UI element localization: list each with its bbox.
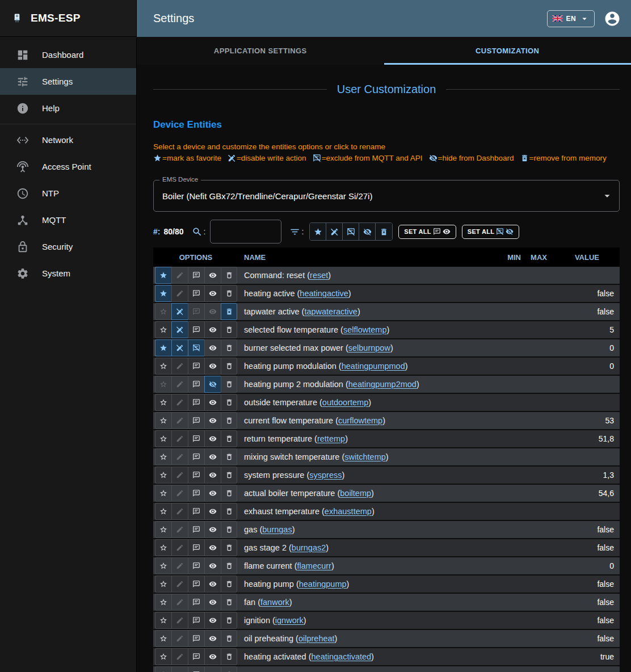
table-row[interactable]: Command: reset (reset): [153, 267, 620, 284]
entity-shortname-link[interactable]: syspress: [309, 471, 342, 480]
account-icon[interactable]: [604, 10, 621, 27]
ems-device-select[interactable]: EMS Device Boiler (Nefit GBx72/Trendline…: [153, 180, 620, 212]
remove-toggle[interactable]: [221, 448, 237, 465]
write-toggle[interactable]: [171, 267, 188, 284]
entity-shortname-link[interactable]: exhausttemp: [325, 507, 372, 516]
remove-toggle[interactable]: [221, 557, 237, 574]
visibility-toggle[interactable]: [204, 576, 221, 593]
visibility-toggle[interactable]: [204, 267, 221, 284]
favorite-toggle[interactable]: [155, 503, 171, 520]
sidebar-item-security[interactable]: Security: [0, 233, 136, 260]
write-toggle[interactable]: [171, 394, 188, 411]
remove-toggle[interactable]: [221, 576, 237, 593]
mqtt-exclude-toggle[interactable]: [188, 267, 204, 284]
remove-toggle[interactable]: [221, 521, 237, 538]
mqtt-exclude-toggle[interactable]: [188, 448, 204, 465]
entity-shortname-link[interactable]: selburnpow: [348, 343, 390, 352]
remove-toggle[interactable]: [221, 666, 237, 672]
visibility-toggle[interactable]: [204, 467, 221, 484]
table-row[interactable]: flame current (flamecurr)0: [153, 557, 620, 574]
filter-hidden-button[interactable]: [359, 223, 376, 240]
favorite-toggle[interactable]: [155, 521, 171, 538]
visibility-toggle[interactable]: [204, 394, 221, 411]
mqtt-exclude-toggle[interactable]: [188, 358, 204, 375]
favorite-toggle[interactable]: [155, 594, 171, 611]
mqtt-exclude-toggle[interactable]: [188, 467, 204, 484]
filter-deleted-button[interactable]: [376, 223, 392, 240]
entity-shortname-link[interactable]: heatingpump2mod: [348, 380, 417, 389]
visibility-toggle[interactable]: [204, 485, 221, 502]
entity-shortname-link[interactable]: fanwork: [260, 598, 289, 607]
visibility-toggle[interactable]: [204, 539, 221, 556]
favorite-toggle[interactable]: [155, 557, 171, 574]
tab-customization[interactable]: CUSTOMIZATION: [384, 37, 631, 65]
remove-toggle[interactable]: [221, 485, 237, 502]
table-row[interactable]: gas stage 2 (burngas2)false: [153, 539, 620, 556]
write-toggle[interactable]: [171, 666, 188, 672]
favorite-toggle[interactable]: [155, 666, 171, 672]
favorite-toggle[interactable]: [155, 612, 171, 629]
table-row[interactable]: oil preheating (oilpreheat)false: [153, 630, 620, 647]
mqtt-exclude-toggle[interactable]: [188, 630, 204, 647]
remove-toggle[interactable]: [221, 630, 237, 647]
mqtt-exclude-toggle[interactable]: [188, 339, 204, 356]
mqtt-exclude-toggle[interactable]: [188, 612, 204, 629]
favorite-toggle[interactable]: [155, 412, 171, 429]
entity-shortname-link[interactable]: oilpreheat: [298, 634, 335, 643]
write-toggle[interactable]: [171, 303, 188, 320]
write-toggle[interactable]: [171, 321, 188, 338]
visibility-toggle[interactable]: [204, 594, 221, 611]
favorite-toggle[interactable]: [155, 358, 171, 375]
sidebar-item-mqtt[interactable]: MQTT: [0, 207, 136, 233]
table-row[interactable]: outside temperature (outdoortemp): [153, 394, 620, 411]
write-toggle[interactable]: [171, 557, 188, 574]
write-toggle[interactable]: [171, 576, 188, 593]
mqtt-exclude-toggle[interactable]: [188, 648, 204, 665]
sidebar-item-network[interactable]: Network: [0, 127, 136, 153]
table-row[interactable]: heating activated (heatingactivated)true: [153, 648, 620, 665]
favorite-toggle[interactable]: [155, 267, 171, 284]
remove-toggle[interactable]: [221, 267, 237, 284]
table-row[interactable]: actual boiler temperature (boiltemp)54,6: [153, 485, 620, 502]
visibility-toggle[interactable]: [204, 666, 221, 672]
remove-toggle[interactable]: [221, 394, 237, 411]
mqtt-exclude-toggle[interactable]: [188, 666, 204, 672]
language-selector[interactable]: EN: [547, 10, 595, 27]
table-row[interactable]: gas (burngas)false: [153, 521, 620, 538]
entity-shortname-link[interactable]: heatingpumpmod: [342, 362, 405, 371]
entity-shortname-link[interactable]: curflowtemp: [338, 416, 382, 425]
favorite-toggle[interactable]: [155, 285, 171, 302]
favorite-toggle[interactable]: [155, 321, 171, 338]
write-toggle[interactable]: [171, 467, 188, 484]
entity-shortname-link[interactable]: heatingpump: [299, 579, 347, 589]
entity-shortname-link[interactable]: flamecurr: [297, 561, 331, 570]
entity-shortname-link[interactable]: ignwork: [275, 616, 304, 625]
write-toggle[interactable]: [171, 285, 188, 302]
entity-shortname-link[interactable]: switchtemp: [344, 452, 386, 461]
favorite-toggle[interactable]: [155, 339, 171, 356]
favorite-toggle[interactable]: [155, 376, 171, 393]
favorite-toggle[interactable]: [155, 394, 171, 411]
search-input[interactable]: [210, 220, 281, 243]
remove-toggle[interactable]: [221, 412, 237, 429]
table-row[interactable]: current flow temperature (curflowtemp)53: [153, 412, 620, 429]
table-row[interactable]: system pressure (syspress)1,3: [153, 467, 620, 484]
remove-toggle[interactable]: [221, 539, 237, 556]
mqtt-exclude-toggle[interactable]: [188, 576, 204, 593]
mqtt-exclude-toggle[interactable]: [188, 430, 204, 447]
remove-toggle[interactable]: [221, 467, 237, 484]
entity-shortname-link[interactable]: outdoortemp: [322, 398, 368, 407]
entity-shortname-link[interactable]: rettemp: [317, 434, 345, 443]
sidebar-item-settings[interactable]: Settings: [0, 68, 136, 95]
remove-toggle[interactable]: [221, 612, 237, 629]
write-toggle[interactable]: [171, 630, 188, 647]
remove-toggle[interactable]: [221, 430, 237, 447]
table-row[interactable]: [153, 666, 620, 672]
favorite-toggle[interactable]: [155, 648, 171, 665]
remove-toggle[interactable]: [221, 339, 237, 356]
visibility-toggle[interactable]: [204, 376, 221, 393]
table-row[interactable]: ignition (ignwork)false: [153, 612, 620, 629]
set-all-hidden-button[interactable]: SET ALL: [462, 225, 520, 239]
visibility-toggle[interactable]: [204, 412, 221, 429]
write-toggle[interactable]: [171, 485, 188, 502]
